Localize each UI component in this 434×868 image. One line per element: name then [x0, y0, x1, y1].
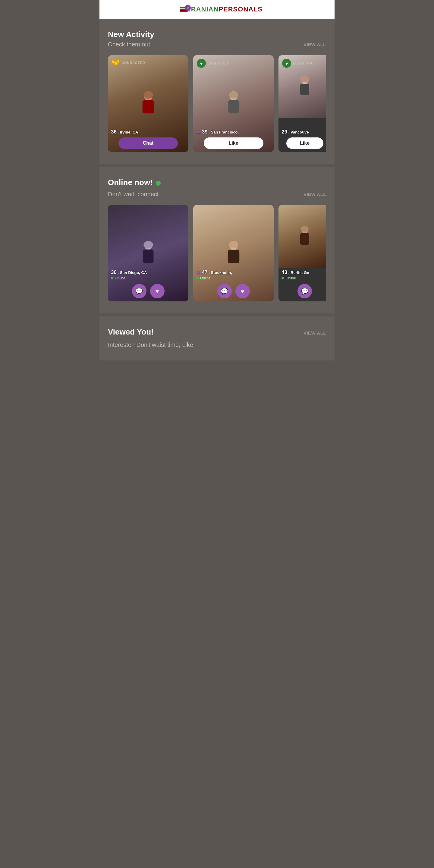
online-card-3-actions: 💬 — [278, 284, 326, 299]
message-button-3[interactable]: 💬 — [298, 284, 312, 299]
heart-button-2[interactable]: ♥ — [236, 284, 250, 299]
activity-card-2: ♥ LIKED YOU ★ 39 . San Francisco, Like — [193, 55, 274, 152]
activity-card-3: ♥ LIKED YOU 29 . Vancouve Like — [278, 55, 326, 152]
svg-point-14 — [229, 241, 239, 248]
online-card-1-age-loc: 30 . San Diego, CA — [111, 270, 188, 276]
svg-rect-7 — [300, 84, 309, 95]
online-card-3: 43 . Berlin, Ge Online 💬 — [278, 205, 326, 302]
logo: IRANIANPERSONALS — [180, 5, 263, 13]
new-activity-subtitle: Check them out! — [108, 41, 152, 48]
svg-rect-13 — [227, 250, 239, 263]
liked-icon: ♥ — [197, 59, 206, 68]
online-now-subtitle: Don't wait, connect — [108, 191, 158, 198]
online-dot-1 — [111, 277, 113, 279]
activity-card-3-info: 29 . Vancouve — [281, 129, 326, 135]
liked-icon-3: ♥ — [282, 59, 291, 68]
viewed-you-section: Viewed You! VIEW ALL Intereste? Don't wa… — [99, 316, 335, 361]
menu-badge: 9 — [185, 5, 191, 11]
online-card-2: ★ 47 . Stockholm, Online 💬 ♥ — [193, 205, 274, 302]
svg-point-2 — [144, 91, 153, 99]
premium-star-2: ★ — [196, 270, 200, 275]
message-button-1[interactable]: 💬 — [132, 284, 147, 299]
activity-card-1-age-loc: 36 . Irvine, CA — [111, 129, 188, 135]
message-button-2[interactable]: 💬 — [217, 284, 232, 299]
header: 9 IRANIANPERSONALS — [99, 0, 335, 19]
connected-icon: 🤝 — [112, 59, 120, 67]
activity-card-1: 🤝 CONNECTED 36 . Irvine, CA Chat — [108, 55, 188, 152]
heart-icon-1: ♥ — [156, 288, 159, 295]
svg-rect-4 — [228, 100, 239, 114]
viewed-you-subtitle: Intereste? Don't waist time, Like — [108, 341, 326, 348]
activity-card-3-badge: ♥ LIKED YOU — [282, 59, 314, 68]
svg-rect-1 — [142, 100, 154, 114]
online-card-row: 30 . San Diego, CA Online 💬 ♥ — [108, 205, 326, 302]
connected-label: CONNECTED — [121, 61, 145, 64]
online-card-3-info: 43 . Berlin, Ge Online — [281, 270, 326, 280]
like-button-2[interactable]: Like — [204, 137, 264, 149]
like-button-3[interactable]: Like — [286, 137, 323, 149]
svg-point-11 — [144, 241, 153, 249]
svg-point-17 — [301, 226, 309, 232]
svg-point-8 — [300, 76, 309, 83]
svg-point-5 — [229, 92, 238, 98]
activity-card-2-info: ★ 39 . San Francisco, — [196, 129, 274, 135]
online-card-1-actions: 💬 ♥ — [108, 284, 188, 299]
activity-card-1-info: 36 . Irvine, CA — [111, 129, 188, 135]
message-icon-1: 💬 — [135, 287, 143, 295]
online-now-view-all[interactable]: VIEW ALL — [304, 192, 326, 197]
menu-button[interactable]: 9 — [180, 7, 188, 12]
message-icon-3: 💬 — [301, 287, 309, 295]
chat-button[interactable]: Chat — [119, 137, 178, 149]
activity-card-3-age-loc: 29 . Vancouve — [281, 129, 326, 135]
online-now-section: Online now! Don't wait, connect VIEW ALL… — [99, 167, 335, 314]
svg-rect-16 — [300, 233, 309, 245]
message-icon-2: 💬 — [221, 287, 228, 295]
activity-card-1-action: Chat — [108, 134, 188, 152]
online-card-3-image — [278, 205, 326, 268]
online-card-2-age-loc: ★ 47 . Stockholm, — [196, 270, 274, 276]
heart-button-1[interactable]: ♥ — [150, 284, 164, 299]
online-card-3-status: Online — [281, 276, 326, 280]
online-indicator-dot — [156, 181, 161, 186]
premium-star-icon: ★ — [196, 130, 200, 134]
online-card-1-info: 30 . San Diego, CA Online — [111, 270, 188, 280]
activity-card-1-badge: 🤝 CONNECTED — [112, 59, 145, 67]
logo-text: IRANIANPERSONALS — [189, 5, 263, 13]
online-card-2-status: Online — [196, 276, 274, 280]
new-activity-title: New Activity — [108, 30, 326, 39]
online-dot-2 — [196, 277, 198, 279]
activity-card-2-badge: ♥ LIKED YOU — [197, 59, 228, 68]
svg-rect-10 — [143, 250, 153, 264]
online-now-title: Online now! — [108, 178, 153, 187]
new-activity-section: New Activity Check them out! VIEW ALL 🤝 … — [99, 19, 335, 164]
new-activity-view-all[interactable]: VIEW ALL — [304, 42, 326, 47]
viewed-you-view-all[interactable]: VIEW ALL — [304, 330, 326, 336]
online-card-3-age-loc: 43 . Berlin, Ge — [281, 270, 326, 276]
activity-card-3-action: Like — [278, 134, 326, 152]
activity-card-2-action: Like — [193, 134, 274, 152]
viewed-you-title: Viewed You! — [108, 327, 154, 337]
new-activity-card-row: 🤝 CONNECTED 36 . Irvine, CA Chat — [108, 55, 326, 152]
heart-icon-2: ♥ — [241, 288, 244, 295]
online-card-2-actions: 💬 ♥ — [193, 284, 274, 299]
online-dot-3 — [281, 277, 284, 279]
liked-label: LIKED YOU — [208, 61, 228, 65]
online-card-1-status: Online — [111, 276, 188, 280]
online-card-2-info: ★ 47 . Stockholm, Online — [196, 270, 274, 280]
activity-card-2-age-loc: ★ 39 . San Francisco, — [196, 129, 274, 135]
liked-label-3: LIKED YOU — [293, 61, 314, 65]
online-card-1: 30 . San Diego, CA Online 💬 ♥ — [108, 205, 188, 302]
online-title-row: Online now! — [108, 178, 326, 189]
